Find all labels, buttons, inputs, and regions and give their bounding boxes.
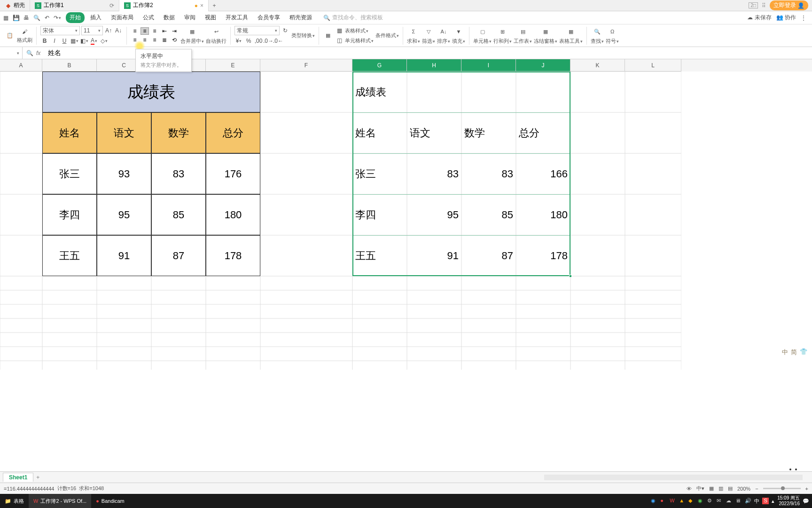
tray-icon[interactable]: ◉ — [698, 498, 704, 504]
view-page-icon[interactable]: ▥ — [718, 485, 723, 492]
currency-icon[interactable]: ¥▾ — [234, 37, 243, 45]
fx-icon[interactable]: fx — [36, 50, 40, 56]
spreadsheet-grid[interactable]: ABCDEFGHIJKL 成绩表姓名语文数学总分张三9383176李四95851… — [0, 59, 812, 370]
menu-vip[interactable]: 会员专享 — [254, 12, 284, 23]
sheet-button[interactable]: ▤工作表▾ — [514, 26, 532, 45]
cell[interactable]: 180 — [206, 194, 260, 235]
col-header-G[interactable]: G — [352, 59, 407, 71]
menu-formula[interactable]: 公式 — [139, 12, 158, 23]
cell[interactable]: 数学 — [461, 112, 516, 153]
save-icon[interactable]: 💾 — [12, 14, 20, 22]
col-header-J[interactable]: J — [516, 59, 570, 71]
cell[interactable]: 85 — [151, 194, 206, 235]
underline-icon[interactable]: U — [60, 37, 69, 45]
tray-icon[interactable]: 🖥 — [735, 498, 742, 504]
tray-icon[interactable]: ⚙ — [707, 498, 714, 504]
cell[interactable]: 张三 — [42, 153, 97, 194]
font-name-select[interactable]: 宋体▾ — [40, 26, 80, 35]
cell[interactable]: 91 — [97, 235, 151, 276]
redo-icon[interactable]: ↷▾ — [54, 14, 61, 22]
refresh-icon[interactable]: ↻ — [281, 26, 289, 35]
tab-workbook1[interactable]: S 工作簿1 ⟳ — [30, 0, 119, 11]
cell[interactable]: 180 — [516, 194, 570, 235]
login-button[interactable]: 立即登录 👤 — [770, 0, 808, 10]
find-button[interactable]: 🔍查找▾ — [591, 26, 604, 45]
cell[interactable]: 95 — [407, 194, 461, 235]
col-header-E[interactable]: E — [206, 59, 260, 71]
tray-icon[interactable]: S — [762, 498, 769, 504]
align-left-icon[interactable]: ≡ — [131, 36, 139, 44]
cell[interactable]: 95 — [97, 194, 151, 235]
volume-icon[interactable]: 🔊 — [745, 498, 751, 504]
cell[interactable]: 176 — [206, 153, 260, 194]
coop-button[interactable]: 👥 协作 — [776, 14, 796, 22]
cell[interactable]: 王五 — [352, 235, 407, 276]
undo-icon[interactable]: ↶ — [43, 14, 51, 22]
col-header-I[interactable]: I — [461, 59, 516, 71]
cell[interactable]: 总分 — [206, 112, 260, 153]
add-sheet-button[interactable]: + — [36, 474, 39, 481]
percent-icon[interactable]: % — [244, 37, 253, 45]
taskbar-folder[interactable]: 📁表格 — [0, 494, 29, 508]
close-icon[interactable]: × — [200, 2, 203, 9]
tray-icon[interactable]: ◉ — [651, 498, 657, 504]
number-format-select[interactable]: 常规▾ — [234, 26, 280, 35]
col-header-L[interactable]: L — [625, 59, 681, 71]
taskbar-wps[interactable]: W工作簿2 - WPS Of... — [29, 494, 91, 508]
zoom-icon[interactable]: 🔍 — [26, 50, 33, 56]
type-convert[interactable]: 类型转换▾ — [291, 32, 315, 39]
menu-layout[interactable]: 页面布局 — [107, 12, 137, 23]
tray-icon[interactable]: ● — [660, 498, 667, 504]
menu-home[interactable]: 开始 — [66, 12, 85, 23]
cell[interactable]: 178 — [516, 235, 570, 276]
close-icon[interactable]: ⟳ — [109, 2, 114, 9]
print-icon[interactable]: 🖶 — [23, 14, 30, 22]
zoom-in-icon[interactable]: + — [805, 486, 808, 492]
col-header-B[interactable]: B — [42, 59, 97, 71]
merge-button[interactable]: ▦合并居中▾ — [180, 26, 204, 45]
ime-icon[interactable]: 中▾ — [696, 485, 704, 492]
cell[interactable]: 李四 — [352, 194, 407, 235]
clear-format-icon[interactable]: ◇▾ — [100, 37, 108, 45]
cell[interactable]: 总分 — [516, 112, 570, 153]
table-style-icon[interactable]: ▦ — [335, 26, 344, 35]
cell[interactable]: 姓名 — [352, 112, 407, 153]
align-center-icon[interactable]: ≡ — [141, 36, 149, 44]
apps-icon[interactable]: ⠿ — [762, 2, 766, 9]
increase-font-icon[interactable]: A↑ — [104, 26, 113, 35]
table-insert[interactable]: ▦ — [323, 31, 333, 41]
italic-icon[interactable]: I — [50, 37, 59, 45]
col-header-F[interactable]: F — [260, 59, 352, 71]
orientation-icon[interactable]: ⟲ — [170, 36, 179, 44]
system-clock[interactable]: 15:09 周五2022/9/16 — [777, 495, 800, 507]
align-top-icon[interactable]: ≡ — [131, 27, 139, 35]
view-custom-icon[interactable]: ▤ — [728, 485, 733, 492]
tray-icon[interactable]: ◆ — [688, 498, 695, 504]
cell[interactable]: 83 — [407, 153, 461, 194]
indent-increase-icon[interactable]: ⇥ — [170, 27, 179, 35]
cells-button[interactable]: ▢单元格▾ — [473, 26, 492, 45]
cell[interactable]: 张三 — [352, 153, 407, 194]
ime-zh-icon[interactable]: 中 — [754, 498, 759, 505]
cell[interactable]: 85 — [461, 194, 516, 235]
border-icon[interactable]: ▦▾ — [70, 37, 78, 45]
col-header-H[interactable]: H — [407, 59, 461, 71]
decrease-font-icon[interactable]: A↓ — [114, 26, 123, 35]
menu-docer[interactable]: 稻壳资源 — [286, 12, 316, 23]
filter-button[interactable]: ▽筛选▾ — [422, 26, 435, 45]
tray-icon[interactable]: ☁ — [726, 498, 733, 504]
command-search[interactable]: 🔍 查找命令、搜索模板 — [323, 14, 383, 22]
tab-workbook2[interactable]: S 工作簿2 ● × — [119, 0, 209, 11]
indent-decrease-icon[interactable]: ⇤ — [160, 27, 169, 35]
tab-docer[interactable]: ◆ 稻壳 — [0, 0, 30, 11]
cell[interactable]: 语文 — [97, 112, 151, 153]
decimal-dec-icon[interactable]: .0← — [274, 37, 282, 45]
align-right-icon[interactable]: ≡ — [150, 36, 159, 44]
tools-button[interactable]: ▦表格工具▾ — [559, 26, 583, 45]
zoom-slider[interactable] — [763, 488, 801, 489]
cell[interactable]: 83 — [461, 153, 516, 194]
view-normal-icon[interactable]: ▦ — [709, 485, 714, 492]
eye-icon[interactable]: 👁 — [687, 486, 692, 492]
decimal-inc-icon[interactable]: .0→ — [264, 37, 273, 45]
name-box[interactable]: ▾ — [0, 47, 23, 59]
